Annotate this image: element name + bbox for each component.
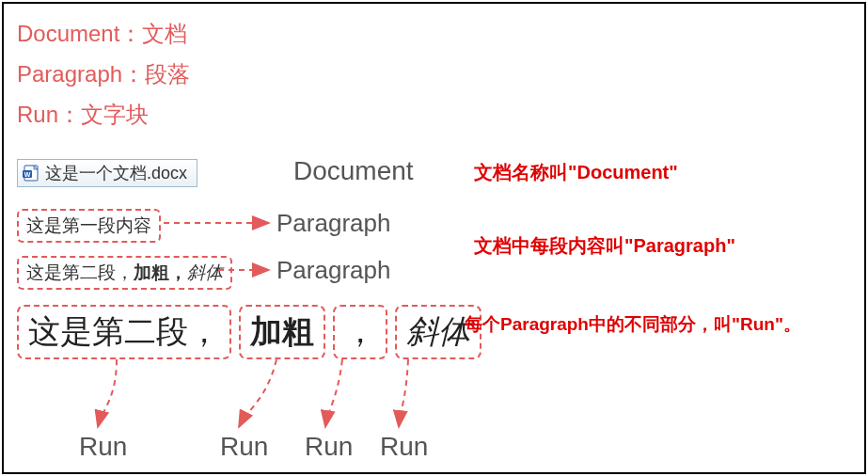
docx-file-chip: W 这是一个文档.docx bbox=[17, 159, 197, 187]
label-run-1: Run bbox=[79, 432, 127, 462]
docx-filename: 这是一个文档.docx bbox=[45, 162, 187, 184]
def-paragraph: Paragraph：段落 bbox=[17, 54, 864, 94]
label-run-4: Run bbox=[380, 432, 428, 462]
paragraph-2-bold: 加粗， bbox=[134, 262, 187, 282]
paragraph-1-text: 这是第一段内容 bbox=[26, 215, 151, 235]
label-paragraph-2: Paragraph bbox=[276, 256, 390, 285]
label-document: Document bbox=[293, 156, 414, 186]
paragraph-box-2: 这是第二段，加粗，斜体 bbox=[17, 256, 232, 290]
note-run: 每个Paragraph中的不同部分，叫"Run"。 bbox=[465, 312, 801, 337]
note-document: 文档名称叫"Document" bbox=[474, 160, 678, 185]
label-run-3: Run bbox=[305, 432, 353, 462]
paragraph-2-italic: 斜体 bbox=[187, 262, 223, 282]
run-row: 这是第二段， 加粗 ， 斜体 bbox=[17, 305, 481, 359]
word-file-icon: W bbox=[22, 164, 40, 182]
def-document: Document：文档 bbox=[17, 13, 864, 54]
definitions-block: Document：文档 Paragraph：段落 Run：文字块 bbox=[4, 4, 864, 135]
note-paragraph: 文档中每段内容叫"Paragraph" bbox=[474, 233, 735, 259]
paragraph-box-1: 这是第一段内容 bbox=[17, 209, 161, 243]
def-run: Run：文字块 bbox=[17, 94, 864, 135]
run-box-2: 加粗 bbox=[239, 305, 325, 359]
diagram-frame: Document：文档 Paragraph：段落 Run：文字块 W 这是一个文… bbox=[2, 2, 866, 474]
run-box-1: 这是第二段， bbox=[17, 305, 231, 359]
label-run-2: Run bbox=[220, 432, 268, 462]
paragraph-2-normal: 这是第二段， bbox=[26, 262, 134, 282]
label-paragraph-1: Paragraph bbox=[276, 209, 390, 238]
run-box-3: ， bbox=[333, 305, 387, 359]
svg-text:W: W bbox=[24, 171, 31, 178]
